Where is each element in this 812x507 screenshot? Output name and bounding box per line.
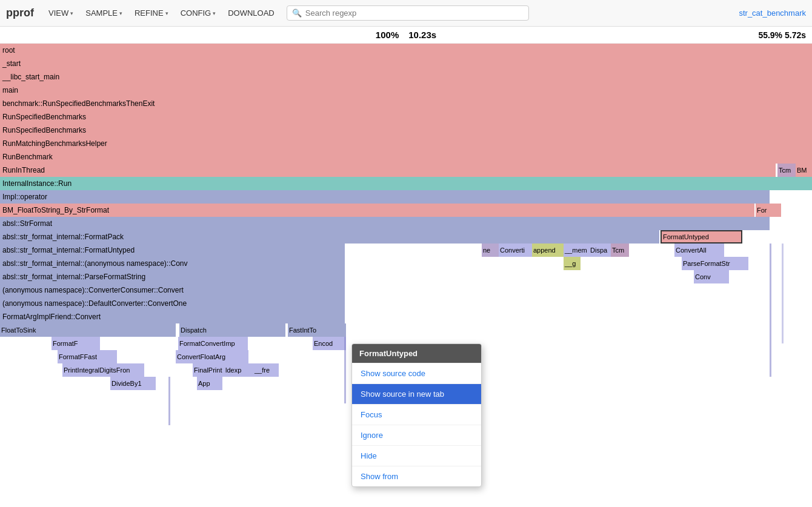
flame-row-parse-format[interactable]: absl::str_format_internal::ParseFormatSt… [0, 270, 345, 283]
flame-row-default-converter[interactable]: (anonymous namespace)::DefaultConverter:… [0, 297, 345, 310]
flame-block-dispa[interactable]: Dispa [589, 244, 611, 257]
nav-sample[interactable]: SAMPLE ▾ [81, 6, 127, 20]
stats-time: 10.23s [408, 30, 436, 40]
vertical-bar-2 [782, 244, 784, 343]
flame-block-format-convert-imp[interactable]: FormatConvertImp [178, 337, 248, 350]
flame-block-app[interactable]: App [197, 377, 222, 390]
flame-block-ne[interactable]: ne [482, 244, 499, 257]
flame-block-mem[interactable]: __mem [564, 244, 589, 257]
flame-block-formatf[interactable]: FormatF [52, 337, 100, 350]
flame-block-bm-198[interactable]: BM [796, 164, 812, 177]
flame-block-fre[interactable]: __fre [253, 363, 279, 377]
context-menu-show-from[interactable]: Show from [352, 466, 481, 486]
navbar: pprof VIEW ▾ SAMPLE ▾ REFINE ▾ CONFIG ▾ … [0, 0, 812, 27]
flame-block-for-264[interactable]: For [756, 204, 781, 217]
app-logo: pprof [6, 7, 34, 19]
search-box: 🔍 [287, 5, 529, 21]
nav-sample-arrow: ▾ [119, 10, 122, 16]
nav-config[interactable]: CONFIG ▾ [176, 6, 221, 20]
flame-row-formatpack[interactable]: absl::str_format_internal::FormatPack [0, 230, 659, 244]
flame-row-float-to-sink[interactable]: FloatToSink [0, 323, 176, 337]
flamegraph: root _start __libc_start_main main bench… [0, 44, 812, 507]
flame-block-ldexp[interactable]: ldexp [224, 363, 253, 377]
flame-row-formatuntyped[interactable]: absl::str_format_internal::FormatUntyped [0, 244, 345, 257]
flame-block-converti[interactable]: Converti [499, 244, 532, 257]
context-menu-show-source-tab[interactable]: Show source in new tab [352, 383, 481, 404]
flame-block-formatffast[interactable]: FormatFFast [58, 350, 117, 363]
stats-right: 55.9% 5.72s [758, 30, 806, 40]
nav-refine-arrow: ▾ [165, 10, 168, 16]
nav-view[interactable]: VIEW ▾ [44, 6, 78, 20]
flame-block-append[interactable]: append [532, 244, 564, 257]
flame-block-divideby[interactable]: DivideBy1 [110, 377, 156, 390]
flame-row-run-benchmark[interactable]: RunBenchmark [0, 150, 812, 164]
flame-row-format-arg-impl[interactable]: FormatArgImplFriend::Convert [0, 310, 345, 323]
flame-row-run-specified-2[interactable]: RunSpecifiedBenchmarks [0, 124, 812, 137]
flame-row-main[interactable]: main [0, 84, 812, 97]
nav-sample-label: SAMPLE [85, 8, 118, 18]
flame-row-libc[interactable]: __libc_start_main [0, 70, 812, 84]
flame-row-impl-operator[interactable]: Impl::operator [0, 190, 770, 204]
flame-row-run-specified-1[interactable]: RunSpecifiedBenchmarks [0, 110, 812, 124]
flame-row-strformat[interactable]: absl::StrFormat [0, 217, 770, 230]
flame-row-benchmark-run[interactable]: benchmark::RunSpecifiedBenchmarksThenExi… [0, 97, 812, 110]
flame-block-tcm-198[interactable]: Tcm [777, 164, 796, 177]
nav-download[interactable]: DOWNLOAD [223, 6, 279, 20]
nav-config-arrow: ▾ [213, 10, 216, 16]
context-menu-header: FormatUntyped [352, 344, 481, 363]
context-menu-hide[interactable]: Hide [352, 445, 481, 466]
flame-block-conv-374[interactable]: Conv [694, 270, 729, 283]
nav-view-label: VIEW [48, 8, 68, 18]
flame-row-run-matching[interactable]: RunMatchingBenchmarksHelper [0, 137, 812, 150]
flame-row-dispatch[interactable]: Dispatch [179, 323, 285, 337]
flame-block-convertall[interactable]: ConvertAll [674, 244, 724, 257]
flame-block-tcm-330[interactable]: Tcm [611, 244, 629, 257]
stats-percent: 100% [376, 30, 399, 40]
vertical-bar-3 [344, 337, 346, 403]
nav-refine[interactable]: REFINE ▾ [130, 6, 173, 20]
nav-view-arrow: ▾ [70, 10, 73, 16]
flame-block-g[interactable]: __g [564, 257, 581, 270]
flame-block-formatuntyped-right[interactable]: FormatUntyped [661, 230, 742, 244]
flame-row-bm-float[interactable]: BM_FloatToString_By_StrFormat [0, 204, 754, 217]
search-input[interactable] [305, 8, 524, 18]
flame-row-anon-conv[interactable]: absl::str_format_internal::(anonymous na… [0, 257, 345, 270]
flame-block-convert-float-arg[interactable]: ConvertFloatArg [176, 350, 248, 363]
context-menu-ignore[interactable]: Ignore [352, 425, 481, 445]
stats-bar: 100% 10.23s 55.9% 5.72s [0, 27, 812, 44]
context-menu: FormatUntyped Show source code Show sour… [351, 343, 482, 487]
vertical-bar-4 [168, 377, 170, 425]
profile-link[interactable]: str_cat_benchmark [739, 8, 806, 18]
search-icon: 🔍 [292, 8, 302, 18]
flame-block-encod[interactable]: Encod [313, 337, 346, 350]
flame-block-parseformatstr[interactable]: ParseFormatStr [682, 257, 748, 270]
nav-config-label: CONFIG [181, 8, 211, 18]
flame-row-converter-consumer[interactable]: (anonymous namespace)::ConverterConsumer… [0, 283, 345, 297]
flame-row-run-in-thread[interactable]: RunInThread [0, 164, 776, 177]
vertical-bar-1 [770, 244, 771, 377]
flame-row-fast-int-to[interactable]: FastIntTo [288, 323, 346, 337]
flame-block-print-integral[interactable]: PrintIntegralDigitsFron [62, 363, 144, 377]
nav-refine-label: REFINE [135, 8, 164, 18]
context-menu-focus[interactable]: Focus [352, 404, 481, 425]
nav-download-label: DOWNLOAD [228, 8, 275, 18]
flame-row-start[interactable]: _start [0, 57, 812, 70]
flame-row-internal-instance[interactable]: InternalInstance::Run [0, 177, 812, 190]
context-menu-show-source[interactable]: Show source code [352, 363, 481, 383]
flame-row-root[interactable]: root [0, 44, 812, 57]
